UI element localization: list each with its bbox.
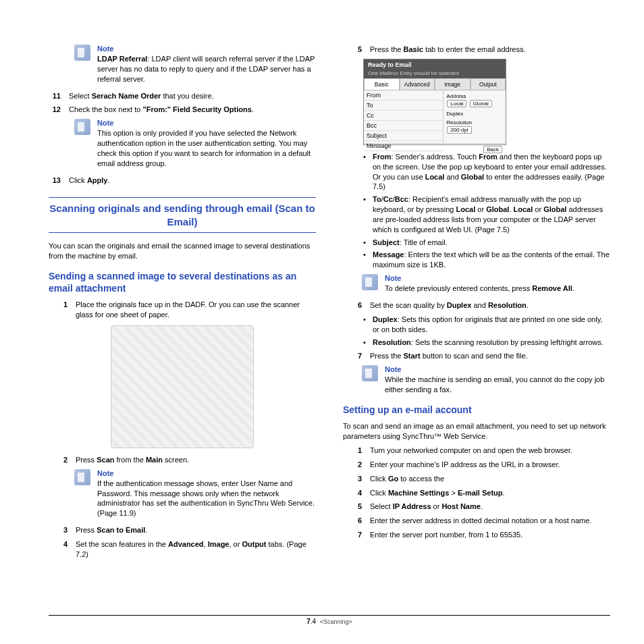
ss-tabs: Basic Advanced Image Output xyxy=(364,78,506,90)
note-label: Note xyxy=(385,365,610,373)
note-substep2: Note If the authentication message shows… xyxy=(74,469,316,518)
note-text: LDAP Referral: LDAP client will search r… xyxy=(97,54,316,84)
ss-global-button[interactable]: Global xyxy=(470,100,492,107)
email-step-7: 7Enter the server port number, from 1 to… xyxy=(343,530,610,540)
note-step12: Note This option is only provided if you… xyxy=(74,119,316,168)
step-number: 11 xyxy=(49,91,61,101)
substep-2: 2 Press Scan from the Main screen. xyxy=(49,455,316,465)
email-intro: To scan and send an image as an email at… xyxy=(343,421,610,441)
ss-tab-advanced[interactable]: Advanced xyxy=(400,78,435,90)
bullet-from: • From: Sender's address. Touch From and… xyxy=(363,152,610,192)
note-icon xyxy=(74,119,90,135)
ss-sidepanel: Address Local Global Duplex Resolution 2… xyxy=(444,90,506,143)
scanner-illustration xyxy=(111,325,254,448)
page-footer: 7.4 <Scanning> xyxy=(49,615,610,625)
substep-7: 7 Press the Start button to scan and sen… xyxy=(343,351,610,361)
section-intro: You can scan the originals and email the… xyxy=(49,241,316,261)
step-number: 2 xyxy=(350,460,362,470)
email-step-5: 5Select IP Address or Host Name. xyxy=(343,502,610,512)
ss-local-button[interactable]: Local xyxy=(447,100,466,107)
ss-row-cc[interactable]: Cc xyxy=(364,111,443,121)
note-text: This option is only provided if you have… xyxy=(97,128,316,168)
step-number: 6 xyxy=(350,516,362,526)
note-icon xyxy=(362,274,378,290)
substep-4: 4 Set the scan features in the Advanced,… xyxy=(49,539,316,560)
note-label: Note xyxy=(97,469,316,477)
step-number: 5 xyxy=(350,45,362,55)
note-icon xyxy=(74,469,90,485)
email-step-4: 4Click Machine Settings > E-mail Setup. xyxy=(343,488,610,498)
step-number: 13 xyxy=(49,176,61,186)
step-number: 7 xyxy=(350,351,362,361)
page-number-minor: .4 xyxy=(311,618,316,625)
step-number: 3 xyxy=(350,474,362,484)
step-number: 4 xyxy=(350,488,362,498)
subsection-email-account: Setting up an e-mail account xyxy=(343,404,610,417)
ss-tab-basic[interactable]: Basic xyxy=(364,78,400,90)
step-number: 12 xyxy=(49,105,61,115)
document-page: Note LDAP Referral: LDAP client will sea… xyxy=(0,0,644,591)
step-number: 1 xyxy=(350,446,362,456)
note-label: Note xyxy=(385,274,574,282)
step-number: 3 xyxy=(55,525,68,535)
ss-tab-output[interactable]: Output xyxy=(471,78,506,90)
left-column: Note LDAP Referral: LDAP client will sea… xyxy=(49,41,316,564)
bullet-duplex: • Duplex: Sets this option for originals… xyxy=(363,315,610,335)
email-step-3: 3Click Go to access the xyxy=(343,474,610,484)
note-icon xyxy=(74,45,90,61)
substep-6: 6 Set the scan quality by Duplex and Res… xyxy=(343,300,610,311)
step-number: 7 xyxy=(350,530,362,540)
step-number: 1 xyxy=(55,300,68,320)
step-11: 11 Select Serach Name Order that you des… xyxy=(49,91,316,101)
subsection-sending-scanned: Sending a scanned image to several desti… xyxy=(49,271,316,294)
step-12: 12 Check the box next to "From:" Field S… xyxy=(49,105,316,115)
note-ldap-referral: Note LDAP Referral: LDAP client will sea… xyxy=(74,45,316,84)
step-number: 6 xyxy=(350,300,362,311)
note-label: Note xyxy=(97,119,316,127)
ss-row-from[interactable]: From xyxy=(364,90,443,101)
ss-dpi[interactable]: 200 dpi xyxy=(447,126,471,134)
bullet-to-cc-bcc: • To/Cc/Bcc: Recipient's email address m… xyxy=(363,194,610,234)
ss-title: Ready to Email xyxy=(364,59,506,70)
note-label: Note xyxy=(97,45,316,53)
step-number: 4 xyxy=(55,539,68,560)
email-step-2: 2Enter your machine's IP address as the … xyxy=(343,460,610,470)
bullet-message: • Message: Enters the text which will be… xyxy=(363,250,610,270)
note-icon xyxy=(362,365,378,381)
note-sending: Note While the machine is sending an ema… xyxy=(362,365,610,395)
step-number: 5 xyxy=(350,502,362,512)
email-step-1: 1Turn your networked computer on and ope… xyxy=(343,446,610,456)
step-13: 13 Click Apply. xyxy=(49,176,316,186)
note-remove-all: Note To delete previously entered conten… xyxy=(362,274,610,294)
bullet-subject: • Subject: Title of email. xyxy=(363,238,610,248)
ss-row-to[interactable]: To xyxy=(364,101,443,111)
note-text: While the machine is sending an email, y… xyxy=(385,375,610,395)
substep-3: 3 Press Scan to Email. xyxy=(49,525,316,535)
ss-row-bcc[interactable]: Bcc xyxy=(364,121,443,131)
ss-tab-image[interactable]: Image xyxy=(435,78,471,90)
note-text: If the authentication message shows, ent… xyxy=(97,479,316,518)
substep-5: 5 Press the Basic tab to enter the email… xyxy=(343,45,610,55)
panel-screenshot: Ready to Email One Mailbox Entry should … xyxy=(363,59,506,145)
note-text: To delete previously entered contents, p… xyxy=(385,284,574,294)
ss-row-message[interactable]: Message xyxy=(364,141,443,151)
bullet-resolution: • Resolution: Sets the scanning resoluti… xyxy=(363,338,610,348)
email-step-6: 6Enter the server address in dotted deci… xyxy=(343,516,610,526)
right-column: 5 Press the Basic tab to enter the email… xyxy=(343,41,610,564)
step-number: 2 xyxy=(55,455,68,465)
ss-row-subject[interactable]: Subject xyxy=(364,131,443,141)
ss-fields: From To Cc Bcc Subject Message xyxy=(364,90,444,143)
section-title-scan-to-email: Scanning originals and sending through e… xyxy=(49,197,316,233)
substep-1: 1 Place the originals face up in the DAD… xyxy=(49,300,316,320)
ss-subtitle: One Mailbox Entry should be selected xyxy=(364,70,506,78)
footer-section: <Scanning> xyxy=(320,618,352,625)
